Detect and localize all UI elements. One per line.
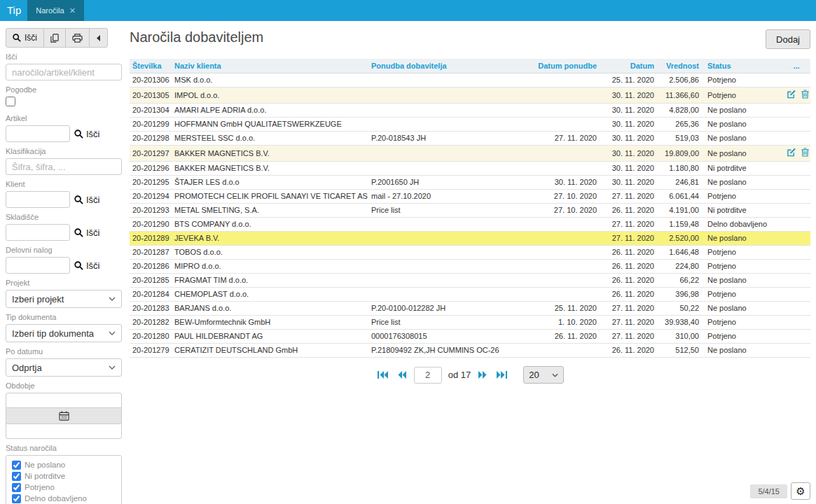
status-filter-option[interactable]: Delno dobavljeno (12, 493, 116, 504)
cell-value: 39.938,40 (657, 316, 702, 330)
page-number-input[interactable] (414, 367, 442, 384)
obdobje-from-input[interactable] (6, 393, 122, 408)
cell-offer (368, 260, 523, 274)
table-row[interactable]: 20-201299 HOFFMANN GmbH QUALITAETSWERKZE… (130, 118, 810, 132)
cell-value: 265,36 (657, 118, 702, 132)
cell-value: 11.366,60 (657, 88, 702, 104)
table-row[interactable]: 20-201289 JEVEKA B.V. 27. 11. 2020 2.520… (130, 232, 810, 246)
status-checkbox[interactable] (12, 472, 21, 481)
cell-client: BEW-Umformtechnik GmbH (172, 316, 368, 330)
status-checkbox[interactable] (12, 494, 21, 503)
klient-search-button[interactable]: Išči (74, 195, 100, 205)
klient-input[interactable] (6, 191, 70, 208)
cell-value: 1.646,48 (657, 246, 702, 260)
col-header-more[interactable]: ... (782, 59, 810, 74)
print-button[interactable] (65, 28, 90, 48)
skladisce-search-button[interactable]: Išči (74, 227, 100, 238)
table-row[interactable]: 20-201285 FRAGMAT TIM d.o.o. 26. 11. 202… (130, 274, 810, 288)
status-filter-option[interactable]: Ni potrditve (12, 470, 116, 482)
table-row[interactable]: 20-201294 PROMOTECH CELIK PROFIL SANAYI … (130, 190, 810, 204)
delete-row-button[interactable] (800, 90, 810, 101)
cell-offer-date: 27. 10. 2020 (523, 190, 600, 204)
prev-page-button[interactable] (396, 370, 408, 380)
table-row[interactable]: 20-201290 BTS COMPANY d.o.o. 27. 11. 202… (130, 218, 810, 232)
table-row[interactable]: 20-201287 TOBOS d.o.o. 26. 11. 2020 1.64… (130, 246, 810, 260)
po-datumu-select[interactable]: Odprtja (6, 358, 122, 377)
first-page-button[interactable] (376, 370, 389, 380)
table-row[interactable]: 20-201286 MIPRO d.o.o. 26. 11. 2020 224,… (130, 260, 810, 274)
cell-actions (782, 176, 810, 190)
table-row[interactable]: 20-201295 ŠTAJER LES d.o.o P.2001650 JH … (130, 176, 810, 190)
cell-status: Delno dobavljeno (702, 218, 782, 232)
status-filter-option[interactable]: Ne poslano (12, 459, 116, 470)
cell-offer-date (523, 162, 600, 176)
topbar: Tip Naročila ✕ (0, 0, 816, 21)
table-row[interactable]: 20-201304 AMARI ALPE ADRIA d.o.o. 30. 11… (130, 104, 810, 118)
cell-offer (368, 246, 523, 260)
pogodbe-checkbox[interactable] (6, 97, 15, 106)
edit-row-button[interactable] (785, 90, 798, 101)
page-size-select[interactable]: 20 (523, 366, 564, 384)
table-row[interactable]: 20-201297 BAKKER MAGNETICS B.V. 30. 11. … (130, 146, 810, 162)
status-checkbox[interactable] (12, 461, 21, 470)
klasifikacija-input[interactable] (6, 158, 122, 175)
last-page-button[interactable] (495, 370, 509, 380)
cell-status: Ne poslano (702, 146, 782, 162)
cell-client: MIPRO d.o.o. (172, 260, 368, 274)
table-row[interactable]: 20-201293 METAL SMELTING, S.A. Price lis… (130, 204, 810, 218)
tab-close-icon[interactable]: ✕ (69, 6, 76, 15)
cell-number: 20-201285 (130, 274, 172, 288)
settings-button[interactable]: ⚙ (791, 482, 810, 500)
cell-offer (368, 74, 523, 88)
delovni-nalog-search-button[interactable]: Išči (74, 260, 100, 271)
search-icon (74, 130, 83, 139)
tip-dokumenta-select[interactable]: Izberi tip dokumenta (6, 324, 122, 342)
cell-offer (368, 88, 523, 104)
next-page-button[interactable] (477, 370, 489, 380)
cell-client: BAKKER MAGNETICS B.V. (172, 162, 368, 176)
col-header-naziv-klienta[interactable]: Naziv klienta (172, 59, 368, 74)
table-row[interactable]: 20-201284 CHEMOPLAST d.o.o. 26. 11. 2020… (130, 288, 810, 302)
cell-client: CERATIZIT DEUTSCHLAND GmbH (172, 344, 368, 358)
search-button[interactable]: Išči (6, 28, 44, 48)
table-row[interactable]: 20-201282 BEW-Umformtechnik GmbH Price l… (130, 316, 810, 330)
table-row[interactable]: 20-201280 PAUL HILDEBRANDT AG 0000176308… (130, 330, 810, 344)
col-header-status[interactable]: Status (702, 59, 782, 74)
tab-narocila[interactable]: Naročila ✕ (27, 0, 84, 21)
delete-row-button[interactable] (800, 148, 810, 159)
cell-offer: P.21809492 ZK,JH CUMMINS OC-26 (368, 344, 523, 358)
cell-number: 20-201286 (130, 260, 172, 274)
cell-client: JEVEKA B.V. (172, 232, 368, 246)
delovni-nalog-input[interactable] (6, 257, 70, 274)
collapse-sidebar-button[interactable] (89, 28, 108, 48)
calendar-button[interactable] (6, 407, 122, 424)
tab-label: Naročila (36, 6, 64, 15)
col-header-datum[interactable]: Datum (600, 59, 657, 74)
table-row[interactable]: 20-201305 IMPOL d.o.o. 30. 11. 2020 11.3… (130, 88, 810, 104)
projekt-select[interactable]: Izberi projekt (6, 290, 122, 308)
skladisce-input[interactable] (6, 224, 70, 241)
table-row[interactable]: 20-201279 CERATIZIT DEUTSCHLAND GmbH P.2… (130, 344, 810, 358)
edit-row-button[interactable] (785, 148, 798, 159)
table-row[interactable]: 20-201298 MERSTEEL SSC d.o.o. P.20-01854… (130, 132, 810, 146)
table-row[interactable]: 20-201306 MSK d.o.o. 25. 11. 2020 2.506,… (130, 74, 810, 88)
table-row[interactable]: 20-201283 BARJANS d.o.o. P.20-0100-01228… (130, 302, 810, 316)
copy-button[interactable] (43, 28, 66, 48)
status-checkbox[interactable] (12, 483, 21, 492)
cell-value: 2.506,86 (657, 74, 702, 88)
artikel-input[interactable] (6, 125, 70, 142)
col-header-vrednost[interactable]: Vrednost (657, 59, 702, 74)
obdobje-to-input[interactable] (6, 424, 122, 439)
cell-date: 30. 11. 2020 (600, 176, 657, 190)
col-header-datum-ponudbe[interactable]: Datum ponudbe (523, 59, 600, 74)
skladisce-search-label: Išči (86, 227, 100, 238)
add-button[interactable]: Dodaj (766, 29, 810, 49)
artikel-search-button[interactable]: Išči (74, 129, 100, 139)
search-input[interactable] (6, 64, 122, 80)
col-header-ponudba-dobavitelja[interactable]: Ponudba dobavitelja (368, 59, 523, 74)
col-header-stevilka[interactable]: Številka (130, 59, 172, 74)
chevron-left-icon (96, 35, 101, 41)
cell-client: BAKKER MAGNETICS B.V. (172, 146, 368, 162)
status-filter-option[interactable]: Potrjeno (12, 482, 116, 493)
table-row[interactable]: 20-201296 BAKKER MAGNETICS B.V. 30. 11. … (130, 162, 810, 176)
